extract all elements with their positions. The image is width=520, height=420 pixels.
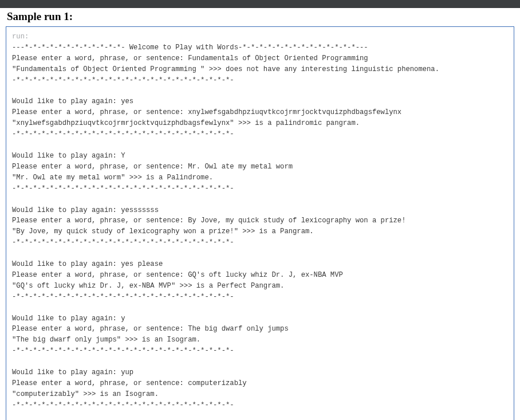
prompt-again: Would like to play again: [12, 368, 121, 376]
input-6: computerizably [188, 379, 246, 387]
separator: -*-*-*-*-*-*-*-*-*-*-*-*-*-*-*-*-*-*-*-*… [12, 401, 234, 409]
prompt-enter: Please enter a word, phrase, or sentence… [12, 271, 188, 279]
again-4: yes please [121, 260, 163, 268]
window-top-bar [0, 0, 520, 8]
result-6: "computerizably" >>> is an Isogram. [12, 390, 159, 398]
prompt-again: Would like to play again: [12, 97, 121, 105]
prompt-enter: Please enter a word, phrase, or sentence… [12, 217, 188, 225]
prompt-enter: Please enter a word, phrase, or sentence… [12, 325, 188, 333]
document-page: Sample run 1: run: ---*-*-*-*-*-*-*-*-*-… [0, 10, 520, 420]
console-output: run: ---*-*-*-*-*-*-*-*-*-*-*-*- Welcome… [6, 26, 514, 420]
separator: -*-*-*-*-*-*-*-*-*-*-*-*-*-*-*-*-*-*-*-*… [12, 238, 234, 246]
prompt-again: Would like to play again: [12, 152, 121, 160]
result-1: "xnylwefsgabdhpziuqvtkcojrmrjocktvquizph… [12, 119, 360, 127]
welcome-line: ---*-*-*-*-*-*-*-*-*-*-*-*- Welcome to P… [12, 44, 368, 52]
prompt-again: Would like to play again: [12, 206, 121, 214]
result-2: "Mr. Owl ate my metal worm" >>> is a Pal… [12, 174, 213, 182]
separator: -*-*-*-*-*-*-*-*-*-*-*-*-*-*-*-*-*-*-*-*… [12, 185, 234, 193]
input-5: The big dwarf only jumps [188, 325, 289, 333]
prompt-enter: Please enter a word, phrase, or sentence… [12, 163, 188, 171]
input-2: Mr. Owl ate my metal worm [188, 163, 293, 171]
section-title: Sample run 1: [7, 10, 514, 23]
separator: -*-*-*-*-*-*-*-*-*-*-*-*-*-*-*-*-*-*-*-*… [12, 76, 234, 84]
again-6: yup [121, 368, 133, 376]
prompt-enter: Please enter a word, phrase, or sentence… [12, 379, 188, 387]
prompt-again: Would like to play again: [12, 260, 121, 268]
again-2: Y [121, 152, 125, 160]
input-4: GQ's oft lucky whiz Dr. J, ex-NBA MVP [188, 271, 343, 279]
result-0: "Fundamentals of Object Oriented Program… [12, 65, 439, 73]
input-1: xnylwefsgabdhpziuqvtkcojrmrjocktvquizphd… [188, 108, 401, 116]
separator: -*-*-*-*-*-*-*-*-*-*-*-*-*-*-*-*-*-*-*-*… [12, 130, 234, 138]
result-3: "By Jove, my quick study of lexicography… [12, 227, 314, 235]
separator: -*-*-*-*-*-*-*-*-*-*-*-*-*-*-*-*-*-*-*-*… [12, 293, 234, 301]
run-label: run: [12, 33, 29, 41]
prompt-again: Would like to play again: [12, 315, 121, 323]
again-1: yes [121, 97, 133, 105]
prompt-enter: Please enter a word, phrase, or sentence… [12, 54, 188, 62]
separator: -*-*-*-*-*-*-*-*-*-*-*-*-*-*-*-*-*-*-*-*… [12, 347, 234, 355]
input-0: Fundamentals of Object Oriented Programm… [188, 54, 368, 62]
again-5: y [121, 315, 125, 323]
result-4: "GQ's oft lucky whiz Dr. J, ex-NBA MVP" … [12, 282, 284, 290]
input-3: By Jove, my quick study of lexicography … [188, 217, 405, 225]
prompt-enter: Please enter a word, phrase, or sentence… [12, 108, 188, 116]
again-3: yesssssss [121, 206, 159, 214]
result-5: "The big dwarf only jumps" >>> is an Iso… [12, 336, 200, 344]
